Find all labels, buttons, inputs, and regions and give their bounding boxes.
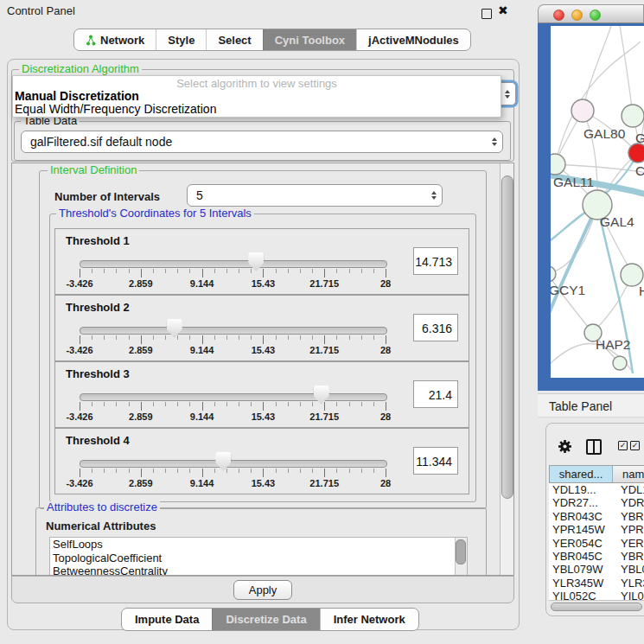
list-scrollbar[interactable] [455, 538, 467, 576]
tab-style[interactable]: Style [156, 29, 206, 50]
attribute-item[interactable]: TopologicalCoefficient [50, 552, 467, 565]
table-hscrollbar[interactable] [549, 600, 644, 610]
tab-select[interactable]: Select [206, 29, 262, 50]
tab-infer-network[interactable]: Infer Network [320, 609, 418, 630]
network-node-label: C [635, 163, 644, 178]
table-cell[interactable]: YPR145W [549, 523, 611, 536]
network-node-label: GAL80 [583, 126, 626, 141]
table-cell[interactable]: YDL19... [611, 483, 644, 496]
tab-cyni-toolbox[interactable]: Cyni Toolbox [263, 29, 356, 50]
threshold-3-box: Threshold 3 -3.426 2.859 9.144 15.43 21.… [54, 361, 469, 428]
control-panel-title: Control Panel [7, 4, 75, 17]
table-row[interactable]: YER054CYER054C [549, 537, 644, 550]
close-traffic-light[interactable] [553, 10, 564, 21]
table-cell[interactable]: YBL079W [549, 563, 611, 576]
table-cell[interactable]: YPR145W [611, 523, 644, 536]
table-cell[interactable]: YBR043C [611, 510, 644, 523]
combo-arrows-icon [426, 191, 442, 200]
table-row[interactable]: YBR043CYBR043C [549, 510, 644, 523]
dropdown-item-manual[interactable]: Manual Discretization [13, 90, 501, 103]
threshold-value-field[interactable]: 14.713 [413, 247, 458, 275]
table-row[interactable]: YDR27...YDR27... [549, 496, 644, 509]
network-tree-icon [86, 35, 96, 46]
threshold-value-field[interactable]: 21.4 [413, 380, 458, 408]
network-node[interactable] [613, 356, 627, 370]
node-table-body[interactable]: YDL19...YDL19...YDR27...YDR27...YBR043CY… [549, 483, 644, 600]
table-cell[interactable]: YDR27... [549, 496, 611, 509]
network-node[interactable] [571, 99, 594, 122]
dropdown-item-equal-width[interactable]: Equal Width/Frequency Discretization [13, 103, 501, 116]
table-cell[interactable]: YDR27... [611, 496, 644, 509]
network-node-label: GAL11 [553, 175, 594, 189]
minimize-traffic-light[interactable] [571, 10, 583, 21]
slider-track[interactable] [80, 460, 387, 468]
table-cell[interactable]: YBL079W [611, 563, 644, 576]
slider-track[interactable] [80, 393, 387, 401]
close-icon[interactable]: ✖ [498, 3, 508, 17]
tab-impute-data[interactable]: Impute Data [122, 609, 212, 630]
table-row[interactable]: YIL052CYIL052C [549, 590, 644, 600]
column-header-shared-name[interactable]: shared... [550, 466, 613, 482]
network-canvas[interactable]: GAL80GACGAL11GAL4GCY1HHAP2 [551, 26, 644, 378]
number-of-intervals-combobox[interactable]: 5 [187, 184, 443, 207]
table-cell[interactable]: YIL052C [611, 590, 644, 600]
network-node[interactable] [551, 154, 565, 175]
threshold-value-field[interactable]: 11.344 [413, 447, 458, 475]
table-row[interactable]: YBR045CYBR045C [549, 550, 644, 563]
discretization-algorithm-title: Discretization Algorithm [19, 63, 142, 75]
threshold-4-box: Threshold 4 -3.426 2.859 9.144 15.43 21.… [54, 428, 469, 494]
network-node[interactable] [622, 105, 644, 127]
checkbox-icon[interactable]: ✓ [618, 441, 628, 450]
slider-major-ticks [80, 469, 387, 477]
node-table-header: shared... name [549, 465, 644, 483]
table-row[interactable]: YDL19...YDL19... [549, 483, 644, 496]
threshold-label: Threshold 4 [66, 434, 130, 447]
threshold-value-field[interactable]: 6.316 [413, 314, 458, 341]
tab-network[interactable]: Network [74, 29, 156, 50]
column-header-name[interactable]: name [613, 466, 644, 482]
numerical-attributes-label: Numerical Attributes [46, 520, 156, 532]
apply-button[interactable]: Apply [233, 580, 292, 600]
table-cell[interactable]: YDL19... [549, 483, 611, 496]
slider-track[interactable] [80, 260, 387, 268]
tab-jactivemnodules[interactable]: jActiveMNodules [356, 29, 470, 50]
table-cell[interactable]: YER054C [611, 537, 644, 550]
float-window-icon[interactable] [481, 9, 492, 19]
attribute-item[interactable]: BetweennessCentrality [50, 564, 467, 576]
table-hscrollbar-thumb[interactable] [551, 603, 642, 611]
threshold-label: Threshold 2 [66, 301, 130, 314]
threshold-label: Threshold 1 [66, 234, 130, 247]
table-cell[interactable]: YBR045C [549, 550, 611, 563]
checkbox-icon[interactable]: ✓ [630, 441, 640, 450]
combo-arrows-icon [487, 137, 502, 146]
numerical-attributes-list[interactable]: SelfLoopsTopologicalCoefficientBetweenne… [49, 537, 468, 576]
slider-track[interactable] [80, 327, 387, 335]
table-cell[interactable]: YLR345W [549, 577, 611, 590]
network-canvas-svg: GAL80GACGAL11GAL4GCY1HHAP2 [551, 26, 644, 378]
zoom-traffic-light[interactable] [590, 10, 601, 21]
gear-icon[interactable] [558, 439, 572, 456]
scrollbar-thumb[interactable] [501, 175, 513, 499]
attribute-item[interactable]: SelfLoops [50, 538, 467, 552]
threshold-2-box: Threshold 2 -3.426 2.859 9.144 15.43 21.… [54, 295, 469, 361]
slider-major-ticks [80, 402, 387, 411]
table-data-combobox[interactable]: galFiltered.sif default node [21, 131, 503, 153]
table-cell[interactable]: YLR345W [611, 577, 644, 590]
table-cell[interactable]: YIL052C [549, 590, 611, 600]
split-pane-icon[interactable] [586, 439, 602, 455]
table-row[interactable]: YLR345WYLR345W [549, 577, 644, 590]
tab-discretize-data[interactable]: Discretize Data [212, 609, 319, 630]
thresholds-group-title: Threshold's Coordinates for 5 Intervals [56, 207, 254, 220]
table-cell[interactable]: YBR043C [549, 510, 611, 523]
network-node[interactable] [628, 143, 644, 163]
combo-arrows-icon [500, 90, 515, 99]
network-window-titlebar[interactable] [538, 4, 644, 23]
table-row[interactable]: YBL079WYBL079W [549, 563, 644, 576]
network-node[interactable] [551, 266, 556, 282]
threshold-label: Threshold 3 [66, 367, 130, 380]
table-cell[interactable]: YBR045C [611, 550, 644, 563]
table-row[interactable]: YPR145WYPR145W [549, 523, 644, 536]
slider-major-ticks [80, 269, 387, 277]
table-cell[interactable]: YER054C [549, 537, 611, 550]
bottom-tab-bar: Impute Data Discretize Data Infer Networ… [121, 608, 419, 631]
